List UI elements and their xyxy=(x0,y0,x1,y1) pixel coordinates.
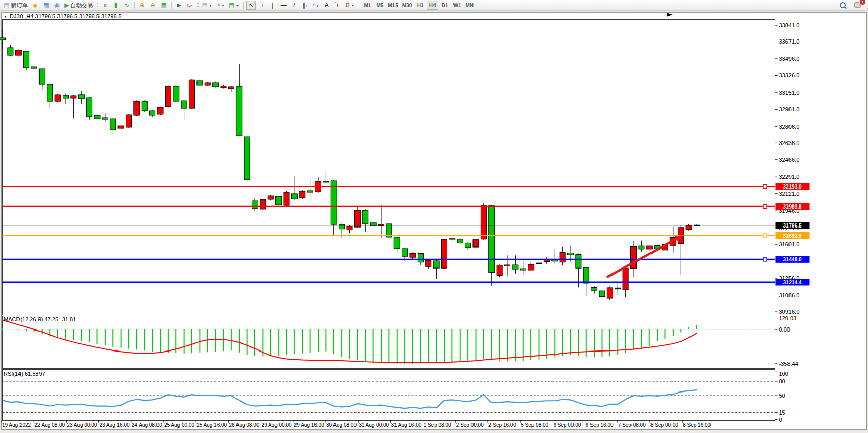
auto-scroll-button[interactable]: ► xyxy=(174,1,184,10)
periods-button[interactable]: ◔▼ xyxy=(215,1,226,10)
price-pane[interactable] xyxy=(3,20,775,315)
templates-icon: ▤ xyxy=(229,2,234,8)
candle xyxy=(307,191,313,192)
chart-shift-button[interactable]: ▻ xyxy=(185,1,195,10)
time-tick-label: 31 Aug 16:00 xyxy=(391,422,421,428)
market-watch-button[interactable]: ▦ xyxy=(41,1,51,10)
arrows-button[interactable]: ⇵▼ xyxy=(343,1,356,10)
price-tick-label: 30916.0 xyxy=(779,308,800,315)
new-order-button[interactable]: ▤+新订单 xyxy=(2,1,29,10)
periods-icon: ◔ xyxy=(216,2,220,8)
text-label-button[interactable]: T xyxy=(332,1,342,10)
time-tick-label: 25 Aug 16:00 xyxy=(196,422,227,428)
hline-handle[interactable] xyxy=(763,258,767,261)
vertical-line-icon: | xyxy=(272,2,273,8)
candle xyxy=(276,196,282,205)
vertical-line-button[interactable]: | xyxy=(268,1,278,10)
candle xyxy=(8,48,13,55)
line-chart-icon: ∿ xyxy=(124,2,129,8)
search-icon xyxy=(840,2,846,8)
price-tick-label: 32291.0 xyxy=(779,174,800,180)
candle xyxy=(646,246,652,249)
timeframe-m5-button[interactable]: M5 xyxy=(374,1,385,10)
candle xyxy=(442,239,447,268)
chevron-down-icon: ▼ xyxy=(235,4,239,7)
templates-button[interactable]: ▤▼ xyxy=(227,1,241,10)
fibonacci-button[interactable]: ≈F xyxy=(311,1,321,10)
candle xyxy=(433,261,439,268)
candle xyxy=(244,137,250,180)
zoom-in-button[interactable]: ⊕ xyxy=(137,1,147,10)
tile-windows-button[interactable]: ▦ xyxy=(159,1,169,10)
rsi-tick-label: 0 xyxy=(779,417,782,423)
symbol-menu-icon[interactable]: ▼ xyxy=(4,15,7,18)
hline-handle[interactable] xyxy=(763,204,767,208)
bar-chart-button[interactable]: ≡ xyxy=(101,1,110,10)
time-tick-label: 29 Aug 00:00 xyxy=(262,422,292,428)
notifications-button[interactable]: 1 xyxy=(853,1,862,10)
price-tick-label: 32806.0 xyxy=(779,123,800,130)
toolbar-separator xyxy=(359,2,359,9)
timeframe-mn-button[interactable]: MN xyxy=(464,1,475,10)
hline-handle[interactable] xyxy=(763,184,767,188)
price-tick-label: 33671.0 xyxy=(779,38,800,45)
candle xyxy=(560,253,565,262)
timeframe-w1-button[interactable]: W1 xyxy=(451,1,463,10)
candle xyxy=(465,243,471,248)
timeframe-m30-button[interactable]: M30 xyxy=(401,1,413,10)
price-tick-label: 32466.0 xyxy=(779,157,800,163)
signals-button[interactable]: ◉ xyxy=(52,1,62,10)
candle xyxy=(173,86,179,101)
time-tick-label: 30 Aug 08:00 xyxy=(326,422,357,428)
chart-canvas[interactable]: 33841.033671.033496.033326.033151.032981… xyxy=(0,0,868,433)
candle xyxy=(426,260,431,266)
chart-profile-button[interactable]: ◆ xyxy=(30,1,40,10)
candle xyxy=(260,199,266,209)
equidistant-channel-icon: ∥ xyxy=(302,2,305,8)
zoom-out-button[interactable]: ⊖ xyxy=(148,1,158,10)
trendline-button[interactable]: / xyxy=(289,1,299,10)
chart-profile-icon: ◆ xyxy=(33,2,37,8)
candle xyxy=(197,81,203,85)
hline-handle[interactable] xyxy=(763,234,767,237)
candle xyxy=(512,265,518,269)
candle xyxy=(520,269,526,270)
crosshair-button[interactable]: + xyxy=(257,1,267,10)
candle xyxy=(402,249,408,256)
rsi-indicator-label: RSI(14) 61.5897 xyxy=(4,370,45,377)
time-tick-label: 26 Aug 08:00 xyxy=(229,422,259,428)
indicators-button[interactable]: ▤+▼ xyxy=(201,1,214,10)
toolbar-separator xyxy=(97,2,98,9)
timeframe-d1-button[interactable]: D1 xyxy=(439,1,450,10)
equidistant-channel-button[interactable]: ∥E xyxy=(300,1,310,10)
candle xyxy=(142,101,147,111)
toolbar-separator xyxy=(243,2,244,9)
candle xyxy=(505,265,510,266)
timeframe-h1-button[interactable]: H1 xyxy=(415,1,426,10)
text-button[interactable]: A xyxy=(322,1,331,10)
candle xyxy=(268,196,273,199)
candlestick-icon: ▮ xyxy=(114,2,118,8)
time-tick-label: 1 Sep 08:00 xyxy=(424,422,451,428)
candle xyxy=(157,107,163,114)
candle xyxy=(497,265,502,275)
candlestick-button[interactable]: ▮ xyxy=(111,1,121,10)
timeframe-m15-button[interactable]: M15 xyxy=(386,1,399,10)
candle xyxy=(323,181,329,182)
cursor-button[interactable]: ↖ xyxy=(246,1,256,10)
time-tick-label: 2 Sep 16:00 xyxy=(488,422,516,428)
search-button[interactable] xyxy=(838,1,847,10)
rsi-pane[interactable] xyxy=(3,370,775,421)
candle xyxy=(449,239,455,239)
timeframe-m1-button[interactable]: M1 xyxy=(362,1,373,10)
candle xyxy=(78,95,84,99)
time-tick-label: 19 Aug 2022 xyxy=(2,422,31,428)
line-chart-button[interactable]: ∿ xyxy=(122,1,132,10)
arrows-icon: ⇵ xyxy=(345,2,350,8)
text-label-icon: T xyxy=(335,2,340,8)
timeframe-h4-button[interactable]: H4 xyxy=(427,1,438,10)
horizontal-line-button[interactable]: — xyxy=(279,1,288,10)
autotrading-button[interactable]: ▶●自动交易 xyxy=(63,1,94,10)
candle xyxy=(591,287,597,290)
toolbar-main: ▤+新订单◆▦◉▶●自动交易≡▮∿⊕⊖▦►▻▤+▼◔▼▤▼↖+|—/∥E≈FAT… xyxy=(2,0,837,10)
